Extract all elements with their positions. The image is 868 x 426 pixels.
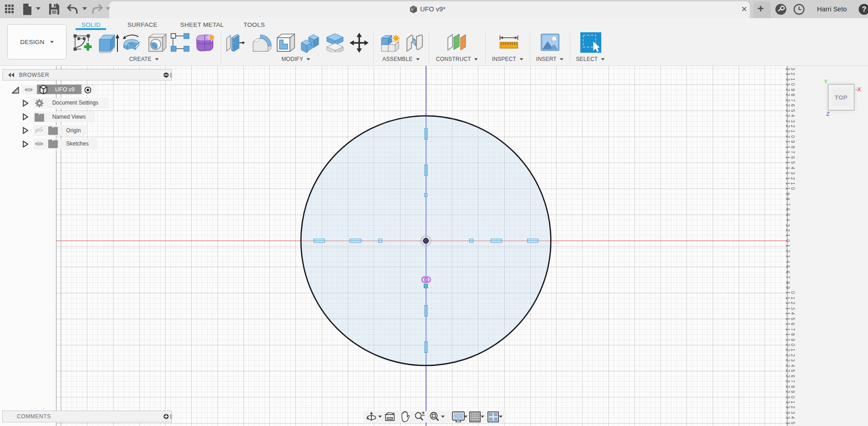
svg-text:?: ? [862, 5, 867, 13]
